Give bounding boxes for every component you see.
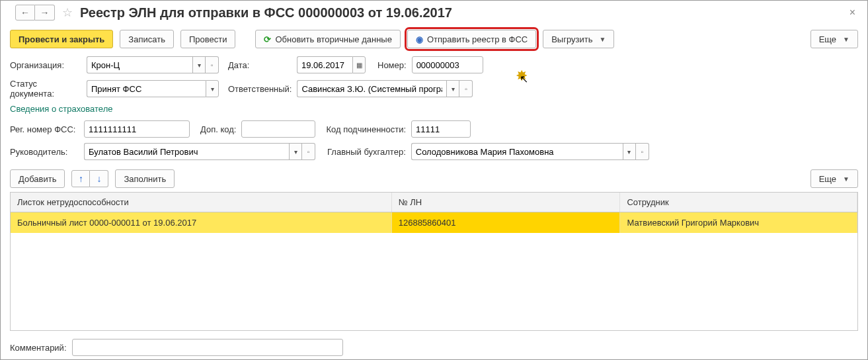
date-input[interactable] [297, 56, 352, 73]
reg-label: Рег. номер ФСС: [10, 124, 79, 134]
favorite-star-icon[interactable]: ☆ [60, 5, 75, 20]
chevron-down-icon: ▼ [843, 175, 849, 183]
resp-open-button[interactable]: ▫ [459, 80, 473, 97]
acc-dropdown-button[interactable]: ▾ [623, 143, 636, 160]
insurer-section-title: Сведения о страхователе [10, 104, 858, 114]
cell-doc[interactable]: Больничный лист 0000-000011 от 19.06.201… [11, 212, 391, 234]
post-and-close-button[interactable]: Провести и закрыть [10, 30, 113, 48]
dop-input[interactable] [241, 120, 315, 138]
resp-input[interactable] [297, 80, 446, 97]
col-doc[interactable]: Листок нетрудоспособности [11, 193, 391, 212]
cell-emp[interactable]: Матвиевский Григорий Маркович [620, 212, 857, 234]
comment-label: Комментарий: [10, 343, 67, 353]
acc-label: Главный бухгалтер: [327, 147, 406, 157]
eye-icon: ◉ [416, 34, 423, 44]
date-picker-button[interactable]: ▦ [352, 56, 366, 73]
refresh-secondary-button[interactable]: ⟳ Обновить вторичные данные [255, 30, 401, 48]
fill-button[interactable]: Заполнить [115, 169, 175, 188]
dop-label: Доп. код: [200, 124, 236, 134]
num-input[interactable] [412, 56, 483, 73]
date-label: Дата: [228, 60, 255, 70]
head-input[interactable] [84, 143, 289, 160]
head-open-button[interactable]: ▫ [302, 143, 315, 160]
sick-leave-grid[interactable]: Листок нетрудоспособности № ЛН Сотрудник… [10, 192, 858, 331]
org-open-button[interactable]: ▫ [206, 56, 219, 73]
org-input[interactable] [87, 56, 192, 73]
move-down-button[interactable]: ↓ [90, 170, 108, 187]
send-label: Отправить реестр в ФСС [427, 34, 528, 44]
save-button[interactable]: Записать [120, 30, 174, 48]
more-button-top[interactable]: Еще ▼ [810, 30, 858, 48]
col-num[interactable]: № ЛН [391, 193, 620, 212]
sub-label: Код подчиненности: [326, 124, 406, 134]
more-button-table[interactable]: Еще ▼ [810, 169, 858, 188]
send-registry-button[interactable]: ◉ Отправить реестр в ФСС [407, 30, 536, 48]
sub-input[interactable] [411, 120, 471, 138]
export-button[interactable]: Выгрузить ▼ [543, 30, 614, 48]
col-emp[interactable]: Сотрудник [620, 193, 857, 212]
refresh-label: Обновить вторичные данные [275, 34, 392, 44]
head-label: Руководитель: [10, 147, 79, 157]
table-row[interactable]: Больничный лист 0000-000011 от 19.06.201… [11, 212, 857, 234]
resp-label: Ответственный: [228, 84, 292, 94]
add-row-button[interactable]: Добавить [10, 169, 65, 188]
reg-input[interactable] [84, 120, 190, 138]
cell-num[interactable]: 126885860401 [391, 212, 620, 234]
nav-forward-button[interactable]: → [35, 5, 55, 21]
status-input[interactable] [87, 80, 206, 97]
resp-dropdown-button[interactable]: ▾ [446, 80, 459, 97]
chevron-down-icon: ▼ [843, 36, 849, 43]
num-label: Номер: [377, 60, 407, 70]
head-dropdown-button[interactable]: ▾ [289, 143, 302, 160]
close-icon[interactable]: × [846, 7, 859, 19]
refresh-icon: ⟳ [264, 34, 271, 44]
chevron-down-icon: ▼ [599, 36, 606, 43]
acc-input[interactable] [411, 143, 623, 160]
comment-input[interactable] [72, 339, 343, 356]
window-title: Реестр ЭЛН для отправки в ФСС 000000003 … [80, 5, 452, 21]
acc-open-button[interactable]: ▫ [636, 143, 649, 160]
org-label: Организация: [10, 60, 81, 70]
post-button[interactable]: Провести [180, 30, 236, 48]
more-label: Еще [819, 174, 836, 184]
nav-back-button[interactable]: ← [15, 5, 35, 21]
more-label: Еще [819, 34, 836, 44]
org-dropdown-button[interactable]: ▾ [192, 56, 206, 73]
status-dropdown-button[interactable]: ▾ [206, 80, 219, 97]
export-label: Выгрузить [551, 34, 592, 44]
status-label: Статус документа: [10, 79, 81, 99]
move-up-button[interactable]: ↑ [71, 170, 90, 187]
